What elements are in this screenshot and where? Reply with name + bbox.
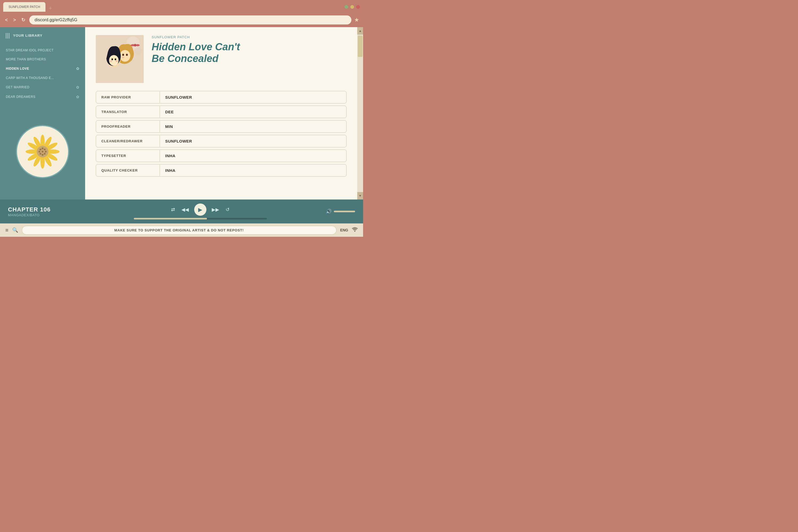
minimize-button[interactable] xyxy=(344,5,348,9)
credit-row-proofreader: PROOFREADER MIN xyxy=(96,120,347,133)
sidebar-item-label: GET MARRIED xyxy=(6,86,30,89)
svg-point-17 xyxy=(42,154,44,156)
player-track-info: CHAPTER 106 MANGADEX/BATO xyxy=(8,206,75,217)
flower-icon: ✿ xyxy=(76,85,79,89)
svg-point-18 xyxy=(40,153,41,155)
credit-row-cleaner: CLEANER/REDRAWER SUNFLOWER xyxy=(96,135,347,147)
svg-point-27 xyxy=(120,50,130,62)
sidebar: ||| YOUR LIBRARY STAR DREAM IDOL PROJECT… xyxy=(0,27,85,200)
sidebar-list: STAR DREAM IDOL PROJECT MORE THAN BROTHE… xyxy=(0,44,85,104)
flower-icon: ✿ xyxy=(76,95,79,99)
prev-button[interactable]: ◀◀ xyxy=(180,206,190,214)
svg-point-33 xyxy=(115,58,116,60)
back-button[interactable]: < xyxy=(4,17,9,23)
sidebar-item-star-dream[interactable]: STAR DREAM IDOL PROJECT xyxy=(0,46,85,55)
credits-section: RAW PROVIDER SUNFLOWER TRANSLATOR DEE PR… xyxy=(96,91,347,177)
svg-point-21 xyxy=(42,151,44,153)
shuffle-button[interactable]: ⇄ xyxy=(170,206,176,214)
series-title: Hidden Love Can't Be Concealed xyxy=(152,41,347,64)
sidebar-item-label: STAR DREAM IDOL PROJECT xyxy=(6,49,54,52)
sidebar-item-label: HIDDEN LOVE xyxy=(6,67,29,71)
series-group: SUNFLOWER PATCH xyxy=(152,35,347,39)
svg-point-15 xyxy=(45,151,47,153)
credit-value: INHA xyxy=(160,150,181,162)
browser-chrome: SUNFLOWER PATCH + < > ↻ ★ xyxy=(0,0,363,27)
bookmark-button[interactable]: ★ xyxy=(354,17,359,23)
svg-point-20 xyxy=(40,149,41,151)
sunflower-svg xyxy=(24,133,61,170)
svg-point-24 xyxy=(134,47,142,55)
reload-button[interactable]: ↻ xyxy=(20,17,26,23)
tab-area: SUNFLOWER PATCH + xyxy=(3,2,344,12)
svg-point-31 xyxy=(109,55,119,66)
credit-label: TRANSLATOR xyxy=(96,106,160,118)
credit-label: PROOFREADER xyxy=(96,121,160,132)
sidebar-logo xyxy=(0,104,85,200)
sidebar-title: YOUR LIBRARY xyxy=(13,34,42,38)
sidebar-item-dear-dreamers[interactable]: DEAR DREAMERS ✿ xyxy=(0,92,85,101)
svg-point-14 xyxy=(44,149,46,151)
active-tab[interactable]: SUNFLOWER PATCH xyxy=(3,2,45,12)
player-controls: ⇄ ◀◀ ▶ ▶▶ ↺ xyxy=(80,204,321,220)
sidebar-item-get-married[interactable]: GET MARRIED ✿ xyxy=(0,82,85,92)
svg-point-29 xyxy=(126,54,128,56)
content-panel: SUNFLOWER PATCH Hidden Love Can't Be Con… xyxy=(85,27,357,200)
address-bar[interactable] xyxy=(29,15,352,24)
sidebar-header: ||| YOUR LIBRARY xyxy=(0,27,85,44)
footer-bar: ≡ 🔍 MAKE SURE TO SUPPORT THE ORIGINAL AR… xyxy=(0,224,363,237)
svg-point-38 xyxy=(354,231,355,232)
scroll-thumb[interactable] xyxy=(358,36,363,57)
series-header: SUNFLOWER PATCH Hidden Love Can't Be Con… xyxy=(96,35,347,83)
tab-label: SUNFLOWER PATCH xyxy=(8,5,40,9)
repeat-button[interactable]: ↺ xyxy=(225,206,231,214)
player-chapter: CHAPTER 106 xyxy=(8,206,75,213)
credit-row-typesetter: TYPESETTER INHA xyxy=(96,150,347,162)
progress-fill xyxy=(134,218,207,220)
credit-value: MIN xyxy=(160,120,178,132)
svg-point-13 xyxy=(42,148,44,150)
next-button[interactable]: ▶▶ xyxy=(211,206,220,214)
forward-button[interactable]: > xyxy=(12,17,18,23)
volume-icon: 🔊 xyxy=(326,209,332,214)
scrollbar: ▲ ▼ xyxy=(357,27,363,200)
volume-slider[interactable] xyxy=(334,211,355,212)
search-button[interactable]: 🔍 xyxy=(12,227,18,233)
svg-point-19 xyxy=(39,151,40,153)
sidebar-item-carp[interactable]: CARP WITH A THOUSAND E... xyxy=(0,73,85,82)
menu-button[interactable]: ≡ xyxy=(5,227,8,233)
credit-value: INHA xyxy=(160,165,181,176)
credit-value: SUNFLOWER xyxy=(160,135,197,147)
maximize-button[interactable] xyxy=(350,5,354,9)
language-selector[interactable]: ENG xyxy=(340,228,348,232)
player-bar: CHAPTER 106 MANGADEX/BATO ⇄ ◀◀ ▶ ▶▶ ↺ 🔊 xyxy=(0,200,363,224)
credit-label: RAW PROVIDER xyxy=(96,92,160,103)
scroll-down-button[interactable]: ▼ xyxy=(357,192,363,200)
nav-bar: < > ↻ ★ xyxy=(0,14,363,27)
new-tab-button[interactable]: + xyxy=(46,5,54,12)
credit-row-raw: RAW PROVIDER SUNFLOWER xyxy=(96,91,347,103)
credit-value: DEE xyxy=(160,106,179,118)
svg-point-28 xyxy=(122,54,124,56)
svg-point-37 xyxy=(134,44,136,46)
scroll-up-button[interactable]: ▲ xyxy=(357,27,363,35)
series-info: SUNFLOWER PATCH Hidden Love Can't Be Con… xyxy=(152,35,347,64)
svg-point-35 xyxy=(115,60,118,62)
svg-point-32 xyxy=(111,58,113,60)
credit-row-translator: TRANSLATOR DEE xyxy=(96,106,347,118)
play-button[interactable]: ▶ xyxy=(194,204,206,216)
window-controls xyxy=(344,5,360,9)
footer-notice: MAKE SURE TO SUPPORT THE ORIGINAL ARTIST… xyxy=(22,226,337,234)
credit-label: QUALITY CHECKER xyxy=(96,165,160,176)
progress-bar[interactable] xyxy=(134,218,267,220)
sidebar-item-label: MORE THAN BROTHERS xyxy=(6,57,46,61)
sidebar-item-more-than-brothers[interactable]: MORE THAN BROTHERS xyxy=(0,55,85,64)
player-buttons: ⇄ ◀◀ ▶ ▶▶ ↺ xyxy=(170,204,231,216)
credit-value: SUNFLOWER xyxy=(160,91,197,103)
main-layout: ||| YOUR LIBRARY STAR DREAM IDOL PROJECT… xyxy=(0,27,363,200)
sunflower-circle xyxy=(16,125,69,178)
sidebar-item-hidden-love[interactable]: HIDDEN LOVE ✿ xyxy=(0,64,85,73)
close-button[interactable] xyxy=(356,5,360,9)
volume-control: 🔊 xyxy=(326,209,355,214)
credit-label: TYPESETTER xyxy=(96,150,160,162)
series-cover xyxy=(96,35,144,83)
